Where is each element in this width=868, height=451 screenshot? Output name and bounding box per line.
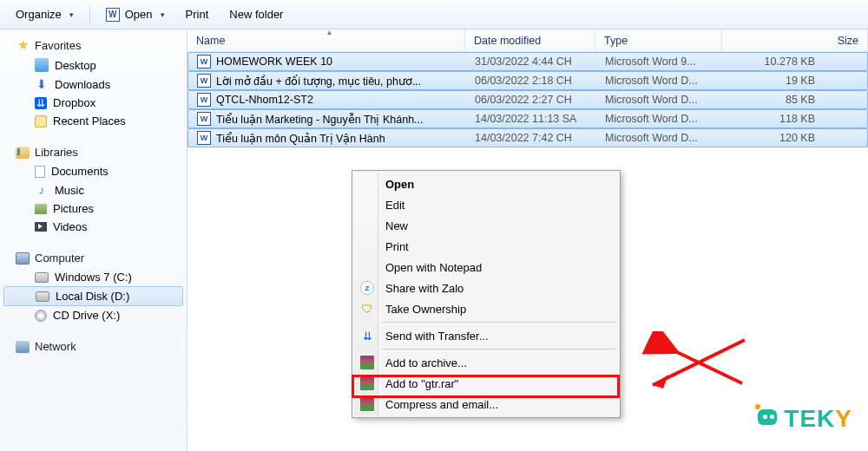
dropbox-icon: ⇊: [35, 97, 47, 109]
robot-icon: [754, 404, 780, 434]
cm-label: Add to "gtr.rar": [385, 377, 458, 390]
column-header-size[interactable]: Size: [722, 29, 868, 51]
column-label: Type: [604, 35, 628, 47]
music-icon: ♪: [35, 183, 49, 197]
file-date: 14/03/2022 7:42 CH: [466, 132, 596, 144]
dropbox-icon: ⇊: [359, 328, 375, 343]
cm-label: Open with Notepad: [385, 261, 482, 274]
sidebar-item-recent[interactable]: Recent Places: [0, 112, 187, 130]
sidebar-item-label: Documents: [51, 165, 108, 178]
file-row[interactable]: WTiểu luận môn Quản Trị Vận Hành14/03/20…: [187, 128, 868, 147]
word-file-icon: W: [197, 74, 211, 88]
file-name: Tiểu luận Marketing - Nguyễn Thị Khánh..…: [216, 113, 424, 126]
sidebar-item-label: Videos: [53, 220, 88, 233]
computer-header[interactable]: Computer: [0, 248, 187, 268]
cm-share-zalo[interactable]: ZShare with Zalo: [354, 278, 618, 298]
print-button[interactable]: Print: [177, 4, 218, 24]
file-type: Microsoft Word 9...: [596, 56, 723, 68]
sidebar-item-label: Music: [55, 184, 84, 197]
column-header-date[interactable]: Date modified: [465, 29, 595, 51]
sidebar-item-label: Local Disk (D:): [56, 290, 129, 303]
videos-icon: [35, 222, 47, 232]
open-label: Open: [125, 8, 153, 21]
sidebar-item-pictures[interactable]: Pictures: [0, 199, 187, 218]
cm-new[interactable]: New: [354, 215, 618, 236]
column-label: Date modified: [474, 35, 541, 47]
cm-add-archive[interactable]: Add to archive...: [354, 352, 618, 373]
sidebar-item-label: Pictures: [53, 202, 94, 215]
file-type: Microsoft Word D...: [596, 75, 723, 87]
sidebar-item-label: CD Drive (X:): [53, 309, 120, 322]
cm-label: New: [385, 219, 408, 232]
sidebar-item-label: Downloads: [55, 78, 110, 91]
star-icon: ★: [16, 38, 30, 52]
context-menu: Open Edit New Print Open with Notepad ZS…: [352, 170, 621, 418]
winrar-icon: [359, 396, 375, 412]
open-button[interactable]: W Open: [97, 4, 174, 25]
sidebar-item-drive-d[interactable]: Local Disk (D:): [3, 286, 183, 306]
sidebar-item-dropbox[interactable]: ⇊Dropbox: [0, 94, 187, 112]
sidebar-item-videos[interactable]: Videos: [0, 218, 187, 236]
cm-add-gtr[interactable]: Add to "gtr.rar": [354, 373, 618, 394]
sidebar-item-label: Windows 7 (C:): [55, 271, 132, 284]
network-header[interactable]: Network: [0, 337, 187, 356]
file-name: QTCL-Nhom12-ST2: [216, 94, 313, 106]
drive-icon: [35, 272, 49, 283]
cm-edit[interactable]: Edit: [354, 194, 618, 215]
libraries-header[interactable]: Libraries: [0, 142, 187, 162]
organize-label: Organize: [16, 8, 62, 21]
cm-separator: [382, 322, 616, 323]
cm-label: Edit: [385, 199, 404, 212]
new-folder-label: New folder: [229, 8, 283, 21]
toolbar-separator: [89, 6, 90, 23]
file-row[interactable]: WQTCL-Nhom12-ST206/03/2022 2:27 CHMicros…: [187, 90, 868, 109]
cm-label: Add to archive...: [385, 356, 467, 369]
cm-label: Open: [385, 178, 414, 191]
computer-icon: [16, 252, 30, 265]
cd-icon: [35, 310, 47, 322]
sidebar-item-music[interactable]: ♪Music: [0, 180, 187, 199]
documents-icon: [35, 166, 45, 178]
cm-separator: [382, 349, 616, 350]
sidebar-item-drive-c[interactable]: Windows 7 (C:): [0, 268, 187, 286]
pictures-icon: [35, 204, 47, 214]
favorites-label: Favorites: [35, 39, 81, 52]
file-row[interactable]: WLời mở đầu + đối tượng, mục tiêu, phươ.…: [187, 71, 868, 90]
sidebar-item-desktop[interactable]: Desktop: [0, 56, 187, 75]
sidebar-item-label: Desktop: [55, 59, 96, 72]
cm-compress-email[interactable]: Compress and email...: [354, 394, 618, 415]
column-header-type[interactable]: Type: [595, 29, 722, 51]
file-size: 19 KB: [723, 75, 867, 87]
file-row[interactable]: WTiểu luận Marketing - Nguyễn Thị Khánh.…: [187, 109, 868, 128]
column-label: Size: [838, 35, 858, 47]
organize-button[interactable]: Organize: [7, 4, 82, 24]
cm-print[interactable]: Print: [354, 236, 618, 257]
cm-open-notepad[interactable]: Open with Notepad: [354, 257, 618, 278]
file-name: Lời mở đầu + đối tượng, mục tiêu, phươ..…: [216, 75, 421, 88]
word-file-icon: W: [197, 93, 211, 107]
favorites-header[interactable]: ★ Favorites: [0, 35, 187, 56]
column-header-name[interactable]: ▲Name: [187, 29, 465, 51]
file-name: Tiểu luận môn Quản Trị Vận Hành: [216, 132, 385, 145]
cm-label: Take Ownership: [385, 303, 466, 316]
teky-logo: TEKY: [754, 404, 852, 434]
sidebar-item-documents[interactable]: Documents: [0, 162, 187, 180]
cm-take-ownership[interactable]: 🛡Take Ownership: [354, 298, 618, 319]
column-label: Name: [196, 35, 225, 47]
cm-open[interactable]: Open: [354, 173, 618, 194]
sidebar-item-cd-drive[interactable]: CD Drive (X:): [0, 306, 187, 324]
file-rows: WHOMEWORK WEEK 1031/03/2022 4:44 CHMicro…: [187, 52, 868, 147]
sidebar-item-label: Dropbox: [53, 96, 95, 109]
print-label: Print: [186, 8, 209, 21]
cm-send-transfer[interactable]: ⇊Send with Transfer...: [354, 325, 618, 346]
toolbar: Organize W Open Print New folder: [0, 0, 868, 29]
file-row[interactable]: WHOMEWORK WEEK 1031/03/2022 4:44 CHMicro…: [187, 52, 868, 71]
file-date: 06/03/2022 2:27 CH: [466, 94, 596, 106]
sidebar-item-label: Recent Places: [53, 114, 126, 127]
computer-label: Computer: [35, 252, 84, 265]
new-folder-button[interactable]: New folder: [220, 4, 292, 24]
sidebar-item-downloads[interactable]: ⬇Downloads: [0, 75, 187, 94]
word-icon: W: [106, 8, 120, 22]
word-file-icon: W: [197, 112, 211, 126]
word-file-icon: W: [197, 55, 211, 69]
